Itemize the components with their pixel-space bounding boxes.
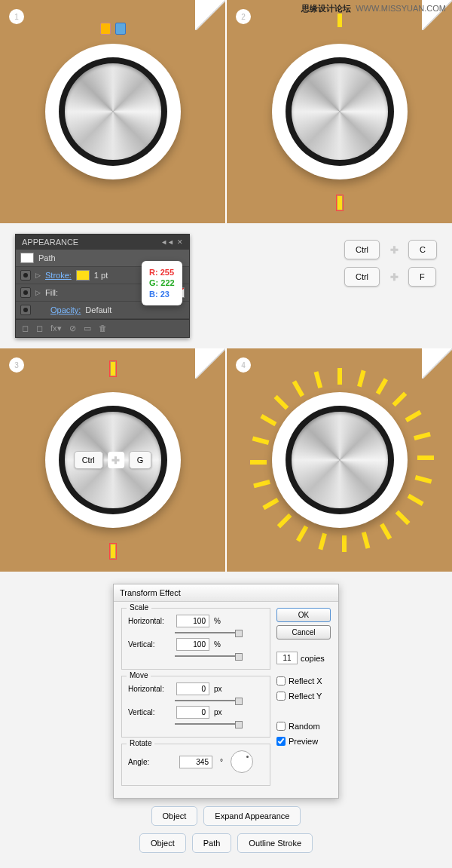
doc-icon[interactable]: ▭ — [84, 324, 91, 333]
swatch-icon — [20, 253, 34, 263]
page-corner — [195, 0, 225, 30]
ctrl-key[interactable]: Ctrl — [344, 267, 380, 287]
reflect-x-checkbox[interactable] — [276, 676, 286, 686]
move-h-input[interactable] — [176, 682, 209, 695]
envelope-icon — [115, 23, 126, 35]
step-number: 3 — [9, 357, 24, 373]
tick-top — [337, 14, 342, 27]
slider[interactable] — [175, 723, 243, 725]
step-4: 4 — [227, 348, 452, 572]
triangle-icon[interactable]: ▷ — [35, 271, 41, 279]
shortcut-keys: Ctrl✚C Ctrl✚F — [344, 240, 437, 294]
cancel-button[interactable]: Cancel — [276, 625, 331, 639]
tick-top — [111, 362, 115, 376]
step-number: 1 — [9, 9, 24, 24]
reflect-y-checkbox[interactable] — [276, 692, 286, 701]
step-1: 1 — [0, 0, 225, 223]
triangle-icon[interactable]: ▷ — [35, 289, 41, 296]
move-fieldset: Move Horizontal:px Vertical:px — [121, 676, 270, 738]
slider[interactable] — [175, 655, 243, 657]
chevron-icon[interactable]: ◄◄ — [160, 238, 174, 246]
selection-icons — [100, 23, 126, 35]
angle-dial[interactable] — [231, 750, 253, 773]
object-menu[interactable]: Object — [139, 833, 186, 853]
dup-icon[interactable]: ◻ — [36, 324, 43, 333]
outline-menu[interactable]: Outline Stroke — [237, 833, 313, 853]
new-icon[interactable]: ◻ — [22, 324, 29, 333]
copies-input[interactable] — [276, 652, 298, 664]
clear-icon[interactable]: ⊘ — [69, 324, 76, 333]
plus-icon: ✚ — [386, 268, 402, 285]
object-menu[interactable]: Object — [151, 806, 198, 826]
plus-icon: ✚ — [108, 452, 124, 468]
preview-checkbox[interactable] — [276, 737, 286, 746]
fx-icon[interactable]: fx▾ — [50, 324, 62, 333]
eye-icon[interactable] — [20, 270, 31, 281]
close-icon[interactable]: ✕ — [177, 238, 183, 246]
panel-header[interactable]: APPEARANCE◄◄✕ — [16, 235, 189, 250]
ctrl-key[interactable]: Ctrl — [344, 240, 380, 259]
tick-bottom — [111, 544, 115, 558]
step-number: 4 — [236, 357, 251, 373]
random-checkbox[interactable] — [276, 722, 286, 731]
scale-h-input[interactable] — [176, 615, 209, 627]
f-key[interactable]: F — [408, 267, 436, 287]
scale-v-input[interactable] — [176, 638, 209, 651]
tick-bottom — [337, 196, 342, 210]
stroke-swatch[interactable] — [76, 270, 90, 281]
tick-icon — [100, 23, 111, 35]
path-menu[interactable]: Path — [192, 833, 232, 853]
transform-dialog: Transform Effect Scale Horizontal:% Vert… — [113, 584, 339, 799]
page-corner — [195, 348, 225, 379]
rgb-tooltip: R: 255G: 222B: 23 — [142, 261, 182, 305]
g-key[interactable]: G — [129, 451, 152, 469]
expand-menu[interactable]: Expand Appearance — [203, 806, 301, 826]
watermark: 思缘设计论坛WWW.MISSYUAN.COM — [301, 3, 446, 14]
step-2: 2 — [227, 0, 452, 223]
menu-row-1: ObjectExpand Appearance — [151, 806, 301, 826]
eye-icon[interactable] — [20, 287, 31, 298]
plus-icon: ✚ — [386, 241, 402, 258]
panel-footer: ◻◻fx▾⊘▭🗑 — [16, 319, 189, 337]
angle-input[interactable] — [179, 756, 212, 768]
scale-fieldset: Scale Horizontal:% Vertical:% — [121, 608, 270, 670]
step-grid-2: 3 Ctrl✚G 4 — [0, 348, 452, 572]
middle-section: APPEARANCE◄◄✕ Path ▷Stroke:1 pt ▷Fill: O… — [0, 223, 452, 348]
trash-icon[interactable]: 🗑 — [99, 324, 107, 333]
ctrl-key[interactable]: Ctrl — [74, 451, 103, 469]
shortcut-overlay: Ctrl✚G — [74, 451, 152, 469]
step-3: 3 Ctrl✚G — [0, 348, 225, 572]
menu-row-2: ObjectPathOutline Stroke — [139, 833, 313, 853]
eye-icon[interactable] — [20, 305, 31, 315]
bottom-section: Transform Effect Scale Horizontal:% Vert… — [0, 572, 452, 868]
ok-button[interactable]: OK — [276, 608, 331, 622]
step-number: 2 — [236, 9, 251, 24]
slider[interactable] — [175, 632, 243, 633]
rotate-fieldset: Rotate Angle:° — [121, 744, 270, 786]
dialog-title: Transform Effect — [114, 584, 338, 602]
page-corner — [422, 348, 452, 379]
move-v-input[interactable] — [176, 706, 209, 719]
slider[interactable] — [175, 700, 243, 701]
c-key[interactable]: C — [408, 240, 437, 259]
step-grid: 1 2 — [0, 0, 452, 223]
